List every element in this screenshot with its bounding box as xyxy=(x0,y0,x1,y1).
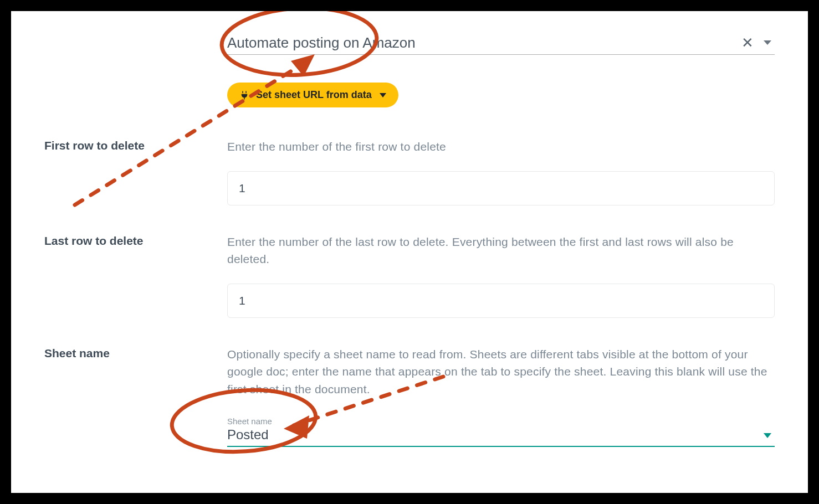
pill-label: Set sheet URL from data xyxy=(256,89,372,101)
dropdown-caret-icon[interactable] xyxy=(764,40,771,45)
sheet-name-select[interactable]: Sheet name Posted xyxy=(227,413,775,447)
select-caret-icon xyxy=(764,433,771,438)
first-row-input[interactable] xyxy=(227,171,775,205)
last-row-label: Last row to delete xyxy=(44,233,227,318)
config-panel: ✕ Set sheet URL from data First row to d… xyxy=(11,11,808,493)
last-row-desc: Enter the number of the last row to dele… xyxy=(227,233,775,268)
first-row-desc: Enter the number of the first row to del… xyxy=(227,138,775,156)
close-icon[interactable]: ✕ xyxy=(736,33,759,52)
field-first-row: First row to delete Enter the number of … xyxy=(44,138,775,205)
field-last-row: Last row to delete Enter the number of t… xyxy=(44,233,775,318)
sheet-name-label: Sheet name xyxy=(44,346,227,448)
chevron-down-icon xyxy=(380,93,386,97)
first-row-label: First row to delete xyxy=(44,138,227,205)
set-sheet-url-button[interactable]: Set sheet URL from data xyxy=(227,83,398,107)
svg-marker-3 xyxy=(291,54,315,76)
title-input[interactable] xyxy=(227,34,736,52)
last-row-input[interactable] xyxy=(227,284,775,318)
header-row: ✕ xyxy=(227,33,775,55)
sheet-name-value: Posted xyxy=(227,427,775,446)
sheet-name-desc: Optionally specify a sheet name to read … xyxy=(227,346,775,398)
plug-icon xyxy=(239,90,249,100)
field-sheet-name: Sheet name Optionally specify a sheet na… xyxy=(44,346,775,448)
sheet-name-small-label: Sheet name xyxy=(227,416,775,426)
